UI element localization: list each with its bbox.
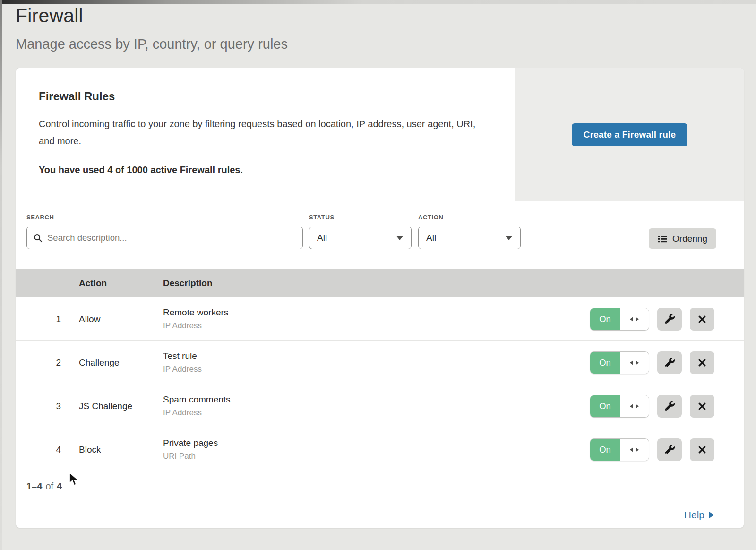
filters-bar: SEARCH STATUS All ACTION All	[16, 201, 744, 269]
close-icon	[698, 402, 706, 410]
create-rule-panel: Create a Firewall rule	[515, 68, 744, 201]
toggle-handle[interactable]	[620, 439, 649, 461]
toggle-handle[interactable]	[620, 352, 649, 374]
rule-priority: 2	[16, 358, 79, 368]
status-dropdown[interactable]: All	[309, 227, 412, 249]
rule-enabled-toggle[interactable]: On	[590, 395, 649, 418]
window-top-edge	[0, 0, 756, 4]
rule-enabled-toggle[interactable]: On	[590, 351, 649, 374]
arrow-right-icon	[636, 317, 639, 322]
rule-enabled-toggle[interactable]: On	[590, 308, 649, 331]
action-dropdown[interactable]: All	[418, 227, 521, 249]
status-label: STATUS	[309, 214, 412, 221]
search-filter-group: SEARCH	[26, 214, 303, 269]
edit-rule-button[interactable]	[657, 438, 682, 461]
toggle-handle[interactable]	[620, 308, 649, 330]
pagination-range: 1–4	[26, 481, 42, 492]
close-icon	[698, 315, 706, 323]
arrow-right-icon	[636, 404, 639, 409]
toggle-on-label: On	[590, 395, 620, 417]
action-dropdown-value: All	[426, 233, 436, 243]
table-row: 4 Block Private pages URI Path On	[16, 428, 744, 471]
search-icon	[34, 234, 43, 243]
help-link[interactable]: Help	[684, 509, 714, 521]
page-subtitle: Manage access by IP, country, or query r…	[16, 36, 756, 52]
arrow-right-icon	[636, 447, 639, 452]
rule-priority: 3	[16, 401, 79, 411]
chevron-down-icon	[396, 236, 404, 240]
rule-description: Spam comments	[163, 394, 590, 405]
delete-rule-button[interactable]	[690, 395, 714, 418]
rule-action: Challenge	[79, 358, 163, 368]
ordering-button[interactable]: Ordering	[649, 228, 716, 249]
rule-description: Private pages	[163, 438, 590, 448]
rule-controls: On	[590, 351, 744, 374]
close-icon	[698, 445, 706, 454]
wrench-icon	[665, 314, 675, 324]
rules-intro-section: Firewall Rules Control incoming traffic …	[16, 68, 744, 201]
table-body: 1 Allow Remote workers IP Address On	[16, 297, 744, 471]
rule-description-cell: Remote workers IP Address	[163, 307, 590, 331]
action-filter-group: ACTION All	[418, 214, 521, 269]
rule-field-type: URI Path	[163, 452, 590, 461]
page-title: Firewall	[16, 5, 756, 27]
toggle-on-label: On	[590, 308, 620, 330]
edit-rule-button[interactable]	[657, 308, 682, 331]
page-header: Firewall Manage access by IP, country, o…	[0, 0, 756, 52]
search-label: SEARCH	[26, 214, 303, 221]
rule-description-cell: Private pages URI Path	[163, 438, 590, 461]
status-dropdown-value: All	[317, 233, 327, 243]
arrow-left-icon	[630, 447, 633, 452]
action-label: ACTION	[418, 214, 521, 221]
wrench-icon	[665, 401, 675, 411]
pagination: 1–4 of 4	[16, 471, 744, 501]
rules-usage-text: You have used 4 of 1000 active Firewall …	[39, 165, 493, 175]
rule-action: Block	[79, 445, 163, 455]
toggle-on-label: On	[590, 352, 620, 374]
rule-field-type: IP Address	[163, 321, 590, 331]
arrow-left-icon	[630, 404, 633, 409]
chevron-down-icon	[505, 236, 513, 240]
wrench-icon	[665, 358, 675, 367]
arrow-left-icon	[630, 317, 633, 322]
pagination-total: 4	[57, 481, 62, 492]
toggle-handle[interactable]	[620, 395, 649, 417]
rule-priority: 4	[16, 445, 79, 455]
create-firewall-rule-button[interactable]: Create a Firewall rule	[572, 123, 688, 146]
rule-controls: On	[590, 308, 744, 331]
description-column-header: Description	[163, 278, 744, 288]
rule-controls: On	[590, 395, 744, 418]
delete-rule-button[interactable]	[690, 351, 714, 374]
wrench-icon	[665, 445, 675, 454]
search-input[interactable]	[47, 233, 296, 243]
close-icon	[698, 358, 706, 367]
rule-field-type: IP Address	[163, 365, 590, 374]
help-link-label: Help	[684, 509, 704, 521]
ordering-button-label: Ordering	[672, 234, 707, 244]
rule-field-type: IP Address	[163, 408, 590, 418]
table-header: Action Description	[16, 269, 744, 297]
rule-priority: 1	[16, 314, 79, 324]
edit-rule-button[interactable]	[657, 395, 682, 418]
table-row: 1 Allow Remote workers IP Address On	[16, 297, 744, 341]
pagination-of: of	[45, 481, 53, 492]
delete-rule-button[interactable]	[690, 308, 714, 331]
delete-rule-button[interactable]	[690, 438, 714, 461]
rule-action: JS Challenge	[79, 401, 163, 411]
action-column-header: Action	[79, 278, 163, 288]
rules-intro-text: Firewall Rules Control incoming traffic …	[16, 68, 515, 201]
rule-action: Allow	[79, 314, 163, 324]
edit-rule-button[interactable]	[657, 351, 682, 374]
ordering-list-icon	[658, 234, 667, 244]
arrow-right-icon	[709, 512, 714, 518]
rule-description-cell: Spam comments IP Address	[163, 394, 590, 418]
rule-description-cell: Test rule IP Address	[163, 351, 590, 374]
rules-card-description: Control incoming traffic to your zone by…	[39, 115, 488, 149]
table-row: 3 JS Challenge Spam comments IP Address …	[16, 384, 744, 428]
search-box	[26, 227, 303, 249]
window-left-edge	[0, 0, 2, 550]
rule-enabled-toggle[interactable]: On	[590, 438, 649, 461]
firewall-rules-card: Firewall Rules Control incoming traffic …	[16, 68, 744, 528]
toggle-on-label: On	[590, 439, 620, 461]
rule-controls: On	[590, 438, 744, 461]
